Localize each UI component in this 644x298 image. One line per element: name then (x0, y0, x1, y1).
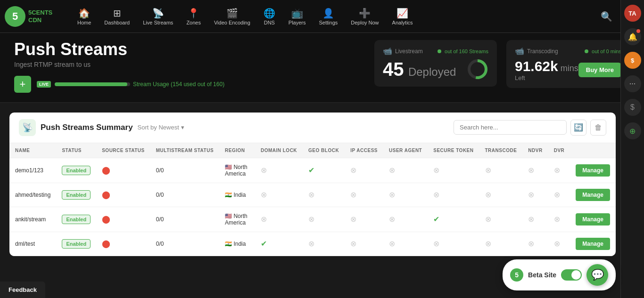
nav-item-settings[interactable]: 👤Settings (313, 8, 345, 25)
buy-more-button[interactable]: Buy More (578, 63, 621, 77)
user-avatar[interactable]: TA (624, 5, 641, 22)
sort-button[interactable]: Sort by Newest ▾ (138, 124, 184, 131)
manage-button[interactable]: Manage (576, 164, 610, 177)
nav-label-video-encoding: Video Encoding (214, 20, 250, 25)
row-domain-lock: ⊗ (255, 183, 303, 207)
dollar-icon[interactable]: $ (624, 52, 641, 69)
table-header-left: 📡 Push Streams Summary Sort by Newest ▾ (19, 119, 184, 136)
row-status: Enabled (56, 207, 96, 232)
circle-x-icon: ⊗ (350, 240, 356, 248)
nav-label-live-streams: Live Streams (143, 20, 173, 25)
nav-item-deploy-now[interactable]: ➕Deploy Now (344, 8, 385, 25)
status-badge: Enabled (62, 215, 91, 224)
nav-item-analytics[interactable]: 📈Analytics (386, 8, 420, 25)
circle-x-icon: ⊗ (308, 240, 314, 248)
streams-table: NAMESTATUSSOURCE STATUSMULTISTREAM STATU… (9, 143, 616, 256)
row-ndvr: ⊗ (522, 232, 548, 256)
circle-x-icon: ⊗ (350, 191, 356, 199)
refresh-button[interactable]: 🔄 (570, 120, 586, 136)
manage-button[interactable]: Manage (576, 189, 610, 201)
circle-x-icon: ⊗ (485, 240, 491, 248)
row-status: Enabled (56, 183, 96, 207)
nav-label-deploy-now: Deploy Now (351, 20, 379, 25)
nav-label-dashboard: Dashboard (104, 20, 130, 25)
deploy-icon[interactable]: ⊕ (624, 122, 641, 139)
row-ndvr: ⊗ (522, 207, 548, 232)
usage-bar: Stream Usage (154 used out of 160) (55, 81, 224, 88)
row-status: Enabled (56, 158, 96, 183)
nav-item-live-streams[interactable]: 📡Live Streams (136, 8, 180, 25)
nav-item-dns[interactable]: 🌐DNS (257, 8, 282, 25)
row-action: Manage (570, 183, 616, 207)
circle-x-icon: ⊗ (350, 166, 356, 174)
col-header: USER AGENT (383, 143, 428, 158)
add-stream-button[interactable]: + (14, 76, 31, 93)
nav-item-video-encoding[interactable]: 🎬Video Encoding (207, 8, 257, 25)
col-header: SOURCE STATUS (96, 143, 150, 158)
col-header: IP ACCESS (345, 143, 383, 158)
page-subtitle: Ingest RTMP stream to us (14, 61, 365, 68)
search-input[interactable] (454, 120, 567, 135)
billing-button[interactable]: $ (624, 99, 641, 116)
nav-item-dashboard[interactable]: ⊞Dashboard (98, 8, 136, 25)
nav-label-home: Home (77, 20, 91, 25)
left-label: Left (515, 74, 578, 81)
manage-button[interactable]: Manage (576, 213, 610, 226)
row-name: demo1/123 (9, 158, 56, 183)
live-badge: LIVE (37, 81, 51, 88)
transcoding-label: Transcoding (527, 48, 558, 55)
nav-label-zones: Zones (186, 20, 201, 25)
table-head: NAMESTATUSSOURCE STATUSMULTISTREAM STATU… (9, 143, 616, 158)
hero-controls: + LIVE Stream Usage (154 used out of 160… (14, 76, 365, 93)
table-row: demo1/123 Enabled ⬤ 0/0 🇺🇸 North America… (9, 158, 616, 183)
top-navigation: 5 5CENTSCDN 🏠Home⊞Dashboard📡Live Streams… (0, 0, 644, 33)
row-secure-token: ⊗ (428, 158, 479, 183)
circle-check-icon: ✔ (308, 166, 314, 174)
transcoding-label-wrap: 📹 Transcoding (515, 47, 558, 56)
nav-icon-video-encoding: 🎬 (226, 8, 238, 19)
push-streams-icon: 📡 (19, 119, 36, 136)
transcoding-body: 91.62k mins Left Buy More (515, 58, 621, 81)
row-region: 🇮🇳 India (219, 183, 255, 207)
table-row: dml/test Enabled ⬤ 0/0 🇮🇳 India ✔ ⊗ ⊗ ⊗ … (9, 232, 616, 256)
deployed-count: 45 Deployed (383, 59, 456, 80)
nav-item-zones[interactable]: 📍Zones (180, 8, 207, 25)
circle-x-icon: ⊗ (528, 215, 534, 223)
circle-x-icon: ⊗ (485, 166, 491, 174)
circle-x-icon: ⊗ (389, 166, 395, 174)
delete-button[interactable]: 🗑 (590, 120, 606, 136)
manage-button[interactable]: Manage (576, 238, 610, 250)
row-transcode: ⊗ (479, 207, 523, 232)
row-domain-lock: ✔ (255, 232, 303, 256)
chat-button[interactable]: 💬 (586, 264, 608, 266)
circle-x-icon: ⊗ (261, 166, 267, 174)
nav-icon-home: 🏠 (78, 8, 90, 19)
row-secure-token: ⊗ (428, 183, 479, 207)
nav-item-home[interactable]: 🏠Home (71, 8, 98, 25)
source-dot: ⬤ (102, 191, 110, 199)
livestream-label-wrap: 📹 Livestream (383, 47, 423, 56)
circle-x-icon: ⊗ (308, 215, 314, 223)
row-region: 🇺🇸 North America (219, 207, 255, 232)
search-icon[interactable]: 🔍 (597, 9, 616, 24)
nav-item-players[interactable]: 📺Players (282, 8, 313, 25)
table-body: demo1/123 Enabled ⬤ 0/0 🇺🇸 North America… (9, 158, 616, 256)
circle-check-icon: ✔ (433, 215, 439, 223)
row-action: Manage (570, 158, 616, 183)
more-options-button[interactable]: ··· (624, 75, 641, 92)
livestream-body: 45 Deployed (383, 58, 488, 80)
status-badge: Enabled (62, 190, 91, 200)
row-multistream: 0/0 (150, 232, 219, 256)
logo-text: 5CENTSCDN (28, 9, 52, 24)
source-dot: ⬤ (102, 166, 110, 174)
nav-icon-dns: 🌐 (264, 8, 275, 19)
side-panel: TA 🔔 $ ··· $ ⊕ (620, 0, 644, 266)
table-header-right: 🔄 🗑 (454, 120, 606, 136)
notifications-button[interactable]: 🔔 (624, 28, 641, 45)
row-geo-block: ⊗ (303, 207, 345, 232)
circle-x-icon: ⊗ (554, 240, 560, 248)
nav-icon-settings: 👤 (322, 8, 334, 19)
logo[interactable]: 5 5CENTSCDN (5, 6, 61, 27)
col-header: TRANSCODE (479, 143, 523, 158)
row-transcode: ⊗ (479, 158, 523, 183)
